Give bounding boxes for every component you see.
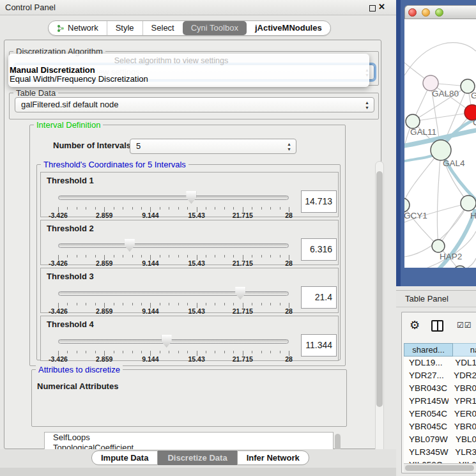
tick-mark xyxy=(178,351,179,353)
threshold-row: Threshold 4-3.4262.8599.14415.4321.71528… xyxy=(40,316,339,361)
tick-mark xyxy=(178,207,179,210)
tab-network[interactable]: Network xyxy=(49,21,107,35)
number-of-intervals-value: 5 xyxy=(136,139,141,153)
tab-jactivemnodules[interactable]: jActiveMNodules xyxy=(247,21,330,35)
slider-thumb[interactable] xyxy=(125,239,135,252)
cell-shared-name: YBR043C xyxy=(404,382,449,395)
tick-mark xyxy=(206,207,206,210)
close-traffic-light-icon[interactable] xyxy=(408,8,417,17)
slider-track[interactable] xyxy=(58,291,289,296)
tick-mark xyxy=(187,351,188,353)
tab-impute-data[interactable]: Impute Data xyxy=(91,450,158,465)
slider-thumb[interactable] xyxy=(186,191,196,204)
right-panel: GAL80GACGAL11GAL4GCY1HHAP2 Table Panel ⚙… xyxy=(396,0,476,476)
tab-style[interactable]: Style xyxy=(107,21,142,35)
network-node-h[interactable] xyxy=(461,196,476,211)
tab-infer-network[interactable]: Infer Network xyxy=(237,450,309,465)
float-window-icon[interactable] xyxy=(369,5,376,12)
threshold-value-field[interactable]: 14.713 xyxy=(301,190,337,213)
tick-label: 15.43 xyxy=(188,355,204,363)
tab-discretize-data[interactable]: Discretize Data xyxy=(158,450,236,465)
gear-icon[interactable]: ⚙ xyxy=(410,318,420,332)
tick-mark xyxy=(77,303,77,305)
table-panel-titlebar: Table Panel xyxy=(396,290,476,307)
popup-item-manual-discretization[interactable]: Manual Discretization xyxy=(10,65,95,75)
network-node-gcy1[interactable] xyxy=(404,198,410,212)
popup-item-equal-width-frequency[interactable]: Equal Width/Frequency Discretization xyxy=(10,74,148,84)
tick-mark xyxy=(169,255,169,257)
table-row[interactable]: YPR145WYPR1 xyxy=(404,395,476,408)
tick-label: 2.859 xyxy=(96,211,112,219)
tick-mark xyxy=(261,207,262,210)
threshold-value-field[interactable]: 11.344 xyxy=(301,334,337,357)
tick-mark xyxy=(160,255,160,257)
cyni-mode-tabs: Impute DataDiscretize DataInfer Network xyxy=(91,450,309,465)
threshold-value-field[interactable]: 6.316 xyxy=(301,238,337,261)
tick-label: 9.144 xyxy=(142,307,158,315)
slider-track[interactable] xyxy=(58,339,289,344)
table-row[interactable]: YER054CYER0 xyxy=(404,408,476,420)
number-of-intervals-spinner[interactable]: 5 ▲▼ xyxy=(130,139,296,154)
table-row[interactable]: YLR345WYLR3 xyxy=(404,446,476,459)
combo-stepper-icon[interactable]: ▲▼ xyxy=(364,98,371,111)
table-hscrollbar-thumb[interactable] xyxy=(405,465,474,471)
network-node-label: GCY1 xyxy=(404,211,427,220)
table-hscrollbar[interactable] xyxy=(404,463,476,472)
table-row[interactable]: YDL19...YDL1 xyxy=(404,357,476,369)
tab-cyni-toolbox[interactable]: Cyni Toolbox xyxy=(183,21,247,35)
tick-mark xyxy=(169,303,169,305)
network-node-gal4[interactable] xyxy=(431,140,451,160)
tick-mark xyxy=(86,303,86,305)
attribute-list-item[interactable]: SelfLoops xyxy=(45,433,333,443)
tick-label: 21.715 xyxy=(233,211,253,219)
tick-mark xyxy=(280,303,280,305)
close-icon[interactable]: ✕ xyxy=(378,2,385,12)
network-node-gal11[interactable] xyxy=(406,114,420,128)
threshold-label: Threshold 2 xyxy=(47,224,94,233)
cell-name: YBL0 xyxy=(450,433,476,446)
control-panel-titlebar: Control Panel ✕ xyxy=(0,0,396,15)
network-view-canvas[interactable]: GAL80GACGAL11GAL4GCY1HHAP2 xyxy=(404,19,476,268)
table-row[interactable]: YBR043CYBR0 xyxy=(404,382,476,395)
table-row[interactable]: YBR045CYBR0 xyxy=(404,420,476,433)
checkbox-checked-icons[interactable]: ☑☑ xyxy=(457,321,472,330)
tick-mark xyxy=(67,207,68,210)
tick-mark xyxy=(206,255,206,257)
panel-scrollbar-thumb[interactable] xyxy=(376,171,383,407)
table-data-combobox[interactable]: galFiltered.sif default node ▲▼ xyxy=(15,97,374,112)
slider-thumb[interactable] xyxy=(235,287,245,300)
column-header-name[interactable]: na... xyxy=(453,343,476,357)
threshold-value-field[interactable]: 21.4 xyxy=(301,286,337,309)
node-table: ⚙ ☑☑ shared... na... YDL19...YDL1YDR27..… xyxy=(401,312,476,473)
slider-track[interactable] xyxy=(58,196,289,200)
tick-mark xyxy=(114,207,114,210)
network-graph[interactable]: GAL80GACGAL11GAL4GCY1HHAP2 xyxy=(404,19,476,268)
tab-select[interactable]: Select xyxy=(142,21,183,35)
slider-track[interactable] xyxy=(58,243,289,248)
spinner-stepper-icon[interactable]: ▲▼ xyxy=(286,140,293,153)
network-node-hap2[interactable] xyxy=(432,240,445,252)
split-column-icon[interactable] xyxy=(431,320,443,332)
tick-label: -3.426 xyxy=(49,211,68,219)
minimize-traffic-light-icon[interactable] xyxy=(422,8,430,17)
panel-scrollbar[interactable] xyxy=(375,161,384,463)
zoom-traffic-light-icon[interactable] xyxy=(435,8,443,17)
tick-mark xyxy=(132,303,133,305)
table-row[interactable]: YDR27...YDR2 xyxy=(404,369,476,382)
tab-label: Cyni Toolbox xyxy=(191,21,238,35)
tick-mark xyxy=(132,207,133,210)
tick-mark xyxy=(160,207,160,210)
tick-mark xyxy=(261,255,262,257)
cell-shared-name: YDR27... xyxy=(404,369,448,382)
cell-name: YBR0 xyxy=(449,382,476,395)
tick-label: 2.859 xyxy=(96,259,112,267)
tick-label: -3.426 xyxy=(49,355,68,363)
tick-mark xyxy=(252,351,252,353)
column-header-shared-name[interactable]: shared... xyxy=(404,343,453,357)
table-rows[interactable]: YDL19...YDL1YDR27...YDR2YBR043CYBR0YPR14… xyxy=(404,357,476,472)
tick-mark xyxy=(233,255,234,257)
slider-thumb[interactable] xyxy=(162,335,172,348)
table-row[interactable]: YBL079WYBL0 xyxy=(404,433,476,446)
tick-mark xyxy=(114,351,114,353)
tick-mark xyxy=(95,351,96,353)
